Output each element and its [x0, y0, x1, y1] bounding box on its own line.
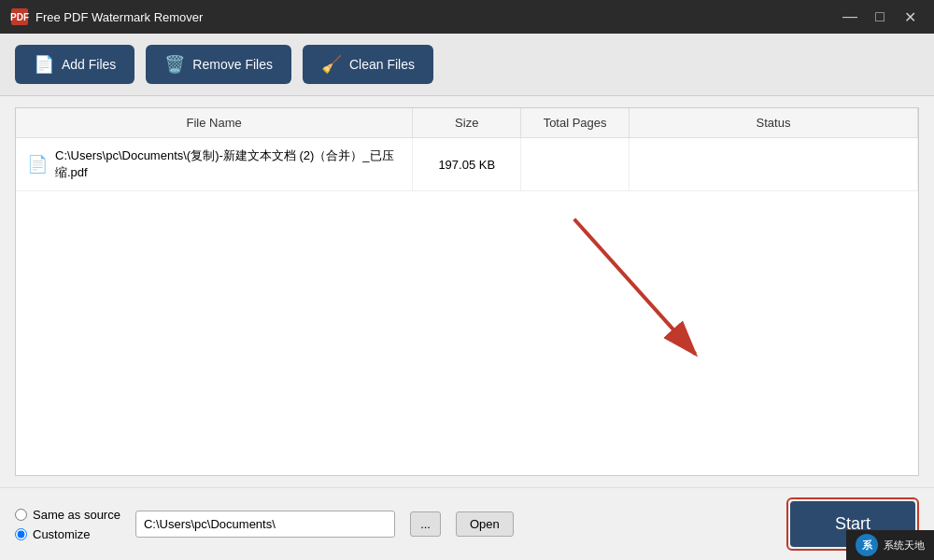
- same-as-source-option[interactable]: Same as source: [15, 508, 120, 522]
- col-header-totalpages: Total Pages: [521, 108, 630, 138]
- col-header-status: Status: [630, 108, 918, 138]
- remove-files-button[interactable]: 🗑️ Remove Files: [146, 45, 291, 84]
- clean-files-label: Clean Files: [349, 57, 415, 72]
- close-button[interactable]: ✕: [897, 4, 923, 30]
- clean-files-button[interactable]: 🧹 Clean Files: [303, 45, 433, 84]
- file-table: File Name Size Total Pages Status 📄 C:\U…: [16, 108, 918, 191]
- clean-files-icon: 🧹: [321, 54, 342, 75]
- maximize-button[interactable]: □: [867, 4, 893, 30]
- table-container: File Name Size Total Pages Status 📄 C:\U…: [15, 107, 919, 476]
- file-table-wrapper[interactable]: File Name Size Total Pages Status 📄 C:\U…: [15, 107, 919, 476]
- app-title: Free PDF Watermark Remover: [35, 10, 837, 24]
- customize-radio[interactable]: [15, 528, 27, 540]
- app-icon: PDF: [11, 8, 28, 25]
- watermark-text: 系统天地: [884, 539, 925, 553]
- file-status-cell: [630, 138, 918, 191]
- table-row[interactable]: 📄 C:\Users\pc\Documents\(复制)-新建文本文档 (2)（…: [16, 138, 918, 191]
- output-path-input[interactable]: [135, 511, 395, 538]
- watermark-logo: 系: [856, 534, 878, 556]
- customize-option[interactable]: Customize: [15, 527, 120, 541]
- toolbar: 📄 Add Files 🗑️ Remove Files 🧹 Clean File…: [0, 34, 934, 96]
- window-controls: — □ ✕: [837, 4, 923, 30]
- bottom-bar: Same as source Customize ... Open Start: [0, 487, 934, 560]
- same-as-source-label: Same as source: [33, 508, 120, 522]
- watermark-logo-text: 系: [862, 539, 872, 553]
- browse-button[interactable]: ...: [410, 511, 441, 537]
- file-pages-cell: [521, 138, 630, 191]
- remove-files-label: Remove Files: [192, 57, 273, 72]
- col-header-filename: File Name: [16, 108, 413, 138]
- add-files-label: Add Files: [62, 57, 116, 72]
- output-options: Same as source Customize: [15, 508, 120, 541]
- minimize-button[interactable]: —: [837, 4, 863, 30]
- add-files-button[interactable]: 📄 Add Files: [15, 45, 134, 84]
- file-path: C:\Users\pc\Documents\(复制)-新建文本文档 (2)（合并…: [55, 147, 401, 181]
- main-content: File Name Size Total Pages Status 📄 C:\U…: [0, 96, 934, 487]
- title-bar: PDF Free PDF Watermark Remover — □ ✕: [0, 0, 934, 34]
- watermark-bar: 系 系统天地: [846, 530, 934, 560]
- col-header-size: Size: [413, 108, 521, 138]
- open-button[interactable]: Open: [456, 511, 514, 537]
- same-as-source-radio[interactable]: [15, 509, 27, 521]
- add-files-icon: 📄: [34, 54, 54, 75]
- table-header-row: File Name Size Total Pages Status: [16, 108, 918, 138]
- file-size-cell: 197.05 KB: [413, 138, 521, 191]
- file-name-cell: 📄 C:\Users\pc\Documents\(复制)-新建文本文档 (2)（…: [16, 138, 413, 191]
- customize-label: Customize: [33, 527, 90, 541]
- file-pdf-icon: 📄: [27, 154, 48, 175]
- remove-files-icon: 🗑️: [164, 54, 185, 75]
